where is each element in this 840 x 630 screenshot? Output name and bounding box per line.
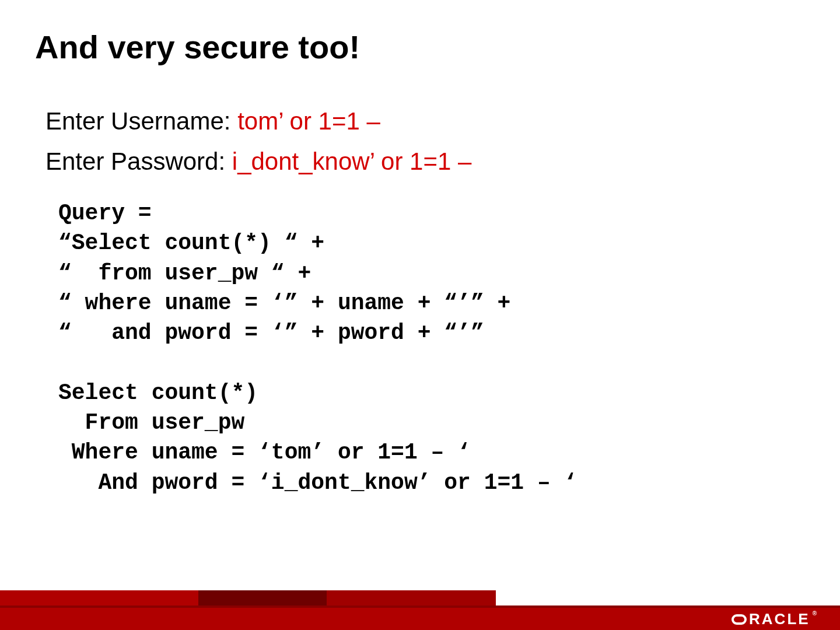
password-injected-value: i_dont_know’ or 1=1 – — [232, 148, 472, 175]
username-prompt-line: Enter Username: tom’ or 1=1 – — [46, 103, 471, 139]
code-line-2: “Select count(*) “ + — [58, 230, 324, 256]
footer-bar — [0, 608, 840, 630]
input-prompts: Enter Username: tom’ or 1=1 – Enter Pass… — [46, 99, 471, 183]
code-line-10: And pword = ‘i_dont_know’ or 1=1 – ‘ — [58, 470, 577, 495]
code-block: Query = “Select count(*) “ + “ from user… — [58, 198, 577, 498]
username-label: Enter Username: — [46, 107, 237, 135]
code-line-4: “ where uname = ‘” + uname + “’” + — [58, 290, 510, 316]
username-injected-value: tom’ or 1=1 – — [237, 107, 380, 135]
code-line-3: “ from user_pw “ + — [58, 261, 311, 286]
registered-mark: ® — [813, 610, 817, 617]
slide-title: And very secure too! — [35, 28, 360, 66]
slide: And very secure too! Enter Username: tom… — [0, 0, 840, 630]
code-line-5: “ and pword = ‘” + pword + “’” — [58, 320, 484, 345]
code-line-1: Query = — [58, 201, 152, 226]
password-label: Enter Password: — [46, 148, 232, 175]
oracle-o-icon — [732, 614, 747, 625]
password-prompt-line: Enter Password: i_dont_know’ or 1=1 – — [46, 143, 471, 180]
oracle-wordmark: RACLE — [749, 610, 810, 628]
code-line-9: Where uname = ‘tom’ or 1=1 – ‘ — [58, 440, 471, 465]
code-line-7: Select count(*) — [58, 380, 258, 405]
code-line-8: From user_pw — [58, 410, 244, 435]
oracle-logo: RACLE® — [732, 611, 817, 626]
